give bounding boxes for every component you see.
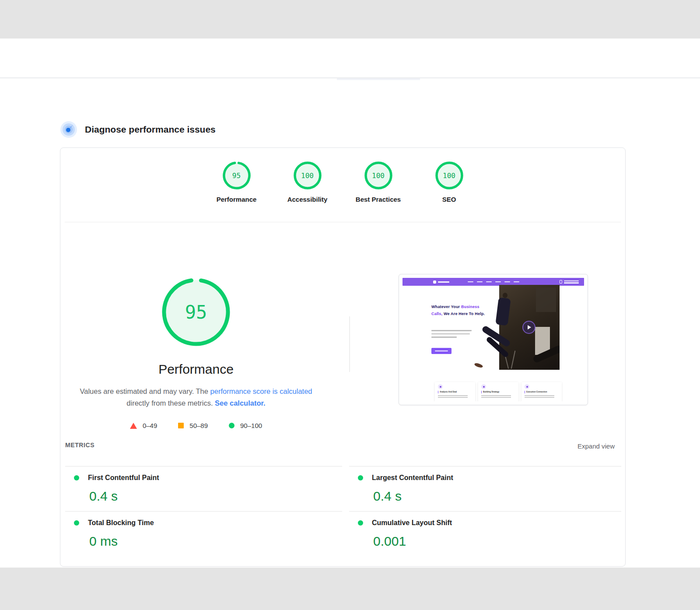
- hero-cta-button: [431, 348, 452, 354]
- metric-cumulative-layout-shift: Cumulative Layout Shift 0.001: [349, 511, 621, 549]
- feature-icon: [525, 384, 529, 389]
- accessibility-score: 100: [293, 161, 322, 190]
- score-calc-link[interactable]: performance score is calculated: [210, 387, 312, 395]
- metric-first-contentful-paint: First Contentful Paint 0.4 s: [65, 466, 342, 504]
- average-square-icon: [178, 423, 184, 428]
- pass-range: 90–100: [240, 422, 262, 429]
- feature-title: Building Strategy: [481, 391, 515, 393]
- metrics-heading: METRICS: [65, 442, 94, 449]
- feature-cards-row: Analysis And Deal Building Strategy Exec…: [435, 382, 562, 401]
- play-icon: [528, 325, 531, 330]
- video-play-button: [522, 321, 536, 334]
- metric-value: 0 ms: [89, 534, 342, 549]
- fail-triangle-icon: [130, 423, 137, 429]
- pass-circle-icon: [229, 423, 234, 428]
- site-phone-block: [560, 280, 579, 284]
- expand-view-button[interactable]: Expand view: [578, 442, 615, 450]
- metric-name: First Contentful Paint: [88, 474, 159, 482]
- main-gauge-score: 95: [161, 277, 231, 347]
- pass-dot-icon: [358, 475, 363, 480]
- feature-card: Analysis And Deal: [435, 382, 475, 401]
- man-silhouette-shoe: [474, 362, 483, 368]
- photo-cabinet: [536, 287, 556, 312]
- feature-text-placeholder: [438, 395, 472, 398]
- see-calculator-link[interactable]: See calculator.: [215, 399, 266, 407]
- category-gauge-best-practices[interactable]: 100 Best Practices: [352, 161, 405, 203]
- best-practices-label: Best Practices: [356, 196, 401, 203]
- seo-label: SEO: [442, 196, 456, 203]
- legend-item-pass: 90–100: [229, 422, 262, 429]
- final-screenshot-thumbnail: Whatever Your Business Calls, We Are Her…: [399, 274, 588, 405]
- hero-paragraph-placeholder: [431, 330, 472, 340]
- feature-card: Building Strategy: [478, 382, 518, 401]
- top-gray-band: [0, 0, 700, 39]
- category-gauge-accessibility[interactable]: 100 Accessibility: [281, 161, 334, 203]
- lighthouse-report-card: 95 Performance 100 Accessibility: [60, 147, 626, 567]
- diagnose-header: Diagnose performance issues: [60, 121, 216, 138]
- legend-item-fail: 0–49: [130, 422, 157, 429]
- category-gauges-row: 95 Performance 100 Accessibility: [60, 161, 625, 203]
- category-gauge-performance[interactable]: 95 Performance: [210, 161, 263, 203]
- pass-dot-icon: [74, 475, 79, 480]
- pass-dot-icon: [358, 520, 363, 526]
- site-logo-icon: [433, 280, 436, 284]
- site-logo-text: [438, 281, 449, 283]
- average-range: 50–89: [189, 422, 208, 429]
- legend-item-average: 50–89: [178, 422, 208, 429]
- feature-icon: [481, 384, 486, 389]
- performance-main-gauge: 95: [161, 277, 231, 347]
- pagespeed-beacon-icon: [60, 121, 77, 138]
- feature-text-placeholder: [525, 395, 559, 398]
- site-nav-menu: [468, 281, 519, 283]
- metric-name: Cumulative Layout Shift: [372, 519, 452, 527]
- metric-value: 0.4 s: [373, 489, 621, 504]
- score-legend: 0–49 50–89 90–100: [60, 422, 332, 429]
- screenshot-site-mock: Whatever Your Business Calls, We Are Her…: [402, 278, 584, 401]
- pagespeed-report-page: Diagnose performance issues 95 Performan…: [0, 0, 700, 610]
- headline-part-2: We Are Here To Help.: [442, 312, 485, 316]
- pass-dot-icon: [74, 520, 79, 526]
- metric-value: 0.4 s: [89, 489, 342, 504]
- fail-range: 0–49: [143, 422, 157, 429]
- man-silhouette-head: [503, 293, 508, 298]
- metric-value: 0.001: [373, 534, 621, 549]
- metric-name: Total Blocking Time: [88, 519, 154, 527]
- performance-label: Performance: [217, 196, 257, 203]
- feature-title: Analysis And Deal: [438, 391, 472, 393]
- performance-section-title: Performance: [60, 362, 332, 377]
- performance-score: 95: [222, 161, 251, 190]
- metric-name: Largest Contentful Paint: [372, 474, 453, 482]
- feature-title: Execution Connection: [525, 391, 559, 393]
- bottom-gray-band: [0, 568, 700, 610]
- description-text: Values are estimated and may vary. The: [80, 387, 210, 395]
- headline-accent-2: Calls,: [431, 312, 442, 316]
- best-practices-score: 100: [364, 161, 393, 190]
- vertical-divider: [349, 316, 350, 372]
- hero-headline: Whatever Your Business Calls, We Are Her…: [431, 303, 485, 317]
- description-text-2: directly from these metrics.: [126, 399, 215, 407]
- headline-part-1: Whatever Your: [431, 305, 460, 309]
- score-description: Values are estimated and may vary. The p…: [78, 386, 314, 409]
- category-gauge-seo[interactable]: 100 SEO: [423, 161, 476, 203]
- page-title: Diagnose performance issues: [85, 124, 216, 135]
- feature-icon: [438, 384, 443, 389]
- seo-score: 100: [435, 161, 464, 190]
- metric-total-blocking-time: Total Blocking Time 0 ms: [65, 511, 342, 549]
- section-divider: [65, 222, 621, 222]
- phone-icon: [560, 280, 562, 284]
- headline-accent-1: Business: [460, 305, 479, 309]
- metric-largest-contentful-paint: Largest Contentful Paint 0.4 s: [349, 466, 621, 504]
- feature-card: Execution Connection: [522, 382, 562, 401]
- header-tab-highlight: [337, 78, 420, 80]
- accessibility-label: Accessibility: [287, 196, 328, 203]
- feature-text-placeholder: [481, 395, 515, 398]
